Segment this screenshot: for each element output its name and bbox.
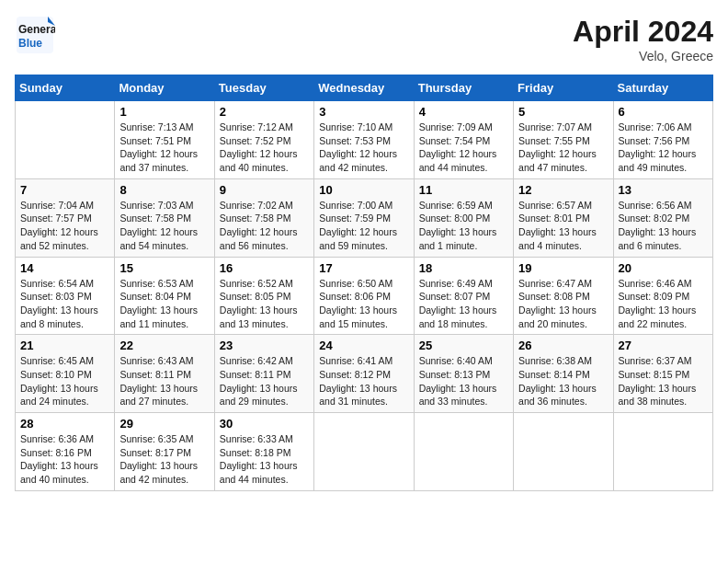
calendar-cell bbox=[514, 413, 613, 491]
day-info: Sunrise: 7:02 AM Sunset: 7:58 PM Dayligh… bbox=[220, 199, 309, 253]
header-friday: Friday bbox=[514, 75, 613, 101]
calendar-cell: 30Sunrise: 6:33 AM Sunset: 8:18 PM Dayli… bbox=[214, 413, 313, 491]
calendar-cell: 25Sunrise: 6:40 AM Sunset: 8:13 PM Dayli… bbox=[414, 335, 513, 413]
day-info: Sunrise: 7:07 AM Sunset: 7:55 PM Dayligh… bbox=[518, 121, 608, 175]
day-number: 19 bbox=[518, 261, 608, 275]
svg-text:General: General bbox=[18, 23, 55, 36]
header-monday: Monday bbox=[115, 75, 214, 101]
day-info: Sunrise: 6:38 AM Sunset: 8:14 PM Dayligh… bbox=[518, 354, 608, 408]
day-info: Sunrise: 6:49 AM Sunset: 8:07 PM Dayligh… bbox=[419, 277, 508, 331]
calendar-cell: 23Sunrise: 6:42 AM Sunset: 8:11 PM Dayli… bbox=[214, 335, 313, 413]
day-number: 16 bbox=[220, 261, 309, 275]
calendar-header-row: SundayMondayTuesdayWednesdayThursdayFrid… bbox=[16, 75, 713, 101]
day-number: 26 bbox=[518, 339, 608, 352]
calendar-cell: 8Sunrise: 7:03 AM Sunset: 7:58 PM Daylig… bbox=[115, 178, 214, 257]
day-info: Sunrise: 6:52 AM Sunset: 8:05 PM Dayligh… bbox=[220, 277, 309, 331]
calendar-week-2: 7Sunrise: 7:04 AM Sunset: 7:57 PM Daylig… bbox=[16, 178, 713, 257]
day-number: 5 bbox=[518, 105, 608, 119]
calendar-cell: 13Sunrise: 6:56 AM Sunset: 8:02 PM Dayli… bbox=[613, 178, 712, 257]
day-number: 30 bbox=[220, 417, 309, 431]
day-number: 3 bbox=[319, 105, 408, 119]
header-saturday: Saturday bbox=[613, 75, 712, 101]
calendar-week-3: 14Sunrise: 6:54 AM Sunset: 8:03 PM Dayli… bbox=[16, 257, 713, 335]
day-number: 15 bbox=[119, 261, 209, 275]
calendar-cell: 11Sunrise: 6:59 AM Sunset: 8:00 PM Dayli… bbox=[414, 178, 513, 257]
calendar-cell: 20Sunrise: 6:46 AM Sunset: 8:09 PM Dayli… bbox=[613, 257, 712, 335]
day-info: Sunrise: 7:00 AM Sunset: 7:59 PM Dayligh… bbox=[319, 199, 408, 253]
day-number: 24 bbox=[319, 339, 408, 352]
day-number: 27 bbox=[619, 339, 708, 352]
day-info: Sunrise: 6:57 AM Sunset: 8:01 PM Dayligh… bbox=[518, 199, 608, 253]
day-info: Sunrise: 6:41 AM Sunset: 8:12 PM Dayligh… bbox=[319, 354, 408, 408]
calendar-cell: 19Sunrise: 6:47 AM Sunset: 8:08 PM Dayli… bbox=[514, 257, 613, 335]
calendar-cell: 29Sunrise: 6:35 AM Sunset: 8:17 PM Dayli… bbox=[115, 413, 214, 491]
day-number: 10 bbox=[319, 183, 408, 197]
calendar-cell: 12Sunrise: 6:57 AM Sunset: 8:01 PM Dayli… bbox=[514, 178, 613, 257]
calendar-cell: 15Sunrise: 6:53 AM Sunset: 8:04 PM Dayli… bbox=[115, 257, 214, 335]
calendar-cell: 16Sunrise: 6:52 AM Sunset: 8:05 PM Dayli… bbox=[214, 257, 313, 335]
day-info: Sunrise: 6:56 AM Sunset: 8:02 PM Dayligh… bbox=[619, 199, 708, 253]
calendar-cell: 28Sunrise: 6:36 AM Sunset: 8:16 PM Dayli… bbox=[16, 413, 115, 491]
calendar-cell: 17Sunrise: 6:50 AM Sunset: 8:06 PM Dayli… bbox=[314, 257, 414, 335]
day-number: 21 bbox=[20, 339, 109, 352]
title-block: April 2024 Velo, Greece bbox=[573, 15, 713, 63]
day-info: Sunrise: 6:33 AM Sunset: 8:18 PM Dayligh… bbox=[220, 432, 309, 487]
calendar-cell: 18Sunrise: 6:49 AM Sunset: 8:07 PM Dayli… bbox=[414, 257, 513, 335]
day-number: 17 bbox=[319, 261, 408, 275]
day-info: Sunrise: 6:37 AM Sunset: 8:15 PM Dayligh… bbox=[619, 354, 708, 408]
calendar-cell: 21Sunrise: 6:45 AM Sunset: 8:10 PM Dayli… bbox=[16, 335, 115, 413]
day-info: Sunrise: 7:13 AM Sunset: 7:51 PM Dayligh… bbox=[119, 121, 209, 175]
header-sunday: Sunday bbox=[16, 75, 115, 101]
day-number: 18 bbox=[419, 261, 508, 275]
calendar-cell: 7Sunrise: 7:04 AM Sunset: 7:57 PM Daylig… bbox=[16, 178, 115, 257]
header-tuesday: Tuesday bbox=[214, 75, 313, 101]
day-info: Sunrise: 7:12 AM Sunset: 7:52 PM Dayligh… bbox=[220, 121, 309, 175]
day-number: 7 bbox=[20, 183, 109, 197]
day-number: 28 bbox=[20, 417, 109, 431]
day-number: 12 bbox=[518, 183, 608, 197]
calendar-cell: 1Sunrise: 7:13 AM Sunset: 7:51 PM Daylig… bbox=[115, 101, 214, 179]
calendar-week-1: 1Sunrise: 7:13 AM Sunset: 7:51 PM Daylig… bbox=[16, 101, 713, 179]
day-info: Sunrise: 6:42 AM Sunset: 8:11 PM Dayligh… bbox=[220, 354, 309, 408]
day-number: 22 bbox=[119, 339, 209, 352]
day-info: Sunrise: 7:06 AM Sunset: 7:56 PM Dayligh… bbox=[619, 121, 708, 175]
header-thursday: Thursday bbox=[414, 75, 513, 101]
day-number: 23 bbox=[220, 339, 309, 352]
day-number: 6 bbox=[619, 105, 708, 119]
header-wednesday: Wednesday bbox=[314, 75, 414, 101]
day-info: Sunrise: 6:53 AM Sunset: 8:04 PM Dayligh… bbox=[119, 277, 209, 331]
day-info: Sunrise: 6:54 AM Sunset: 8:03 PM Dayligh… bbox=[20, 277, 109, 331]
calendar-cell: 24Sunrise: 6:41 AM Sunset: 8:12 PM Dayli… bbox=[314, 335, 414, 413]
calendar-table: SundayMondayTuesdayWednesdayThursdayFrid… bbox=[15, 75, 713, 491]
day-number: 2 bbox=[220, 105, 309, 119]
calendar-week-5: 28Sunrise: 6:36 AM Sunset: 8:16 PM Dayli… bbox=[16, 413, 713, 491]
calendar-cell bbox=[613, 413, 712, 491]
day-info: Sunrise: 7:04 AM Sunset: 7:57 PM Dayligh… bbox=[20, 199, 109, 253]
day-number: 4 bbox=[419, 105, 508, 119]
day-info: Sunrise: 7:03 AM Sunset: 7:58 PM Dayligh… bbox=[119, 199, 209, 253]
calendar-cell: 6Sunrise: 7:06 AM Sunset: 7:56 PM Daylig… bbox=[613, 101, 712, 179]
page-header: General Blue April 2024 Velo, Greece bbox=[15, 15, 713, 63]
day-info: Sunrise: 6:59 AM Sunset: 8:00 PM Dayligh… bbox=[419, 199, 508, 253]
day-number: 20 bbox=[619, 261, 708, 275]
calendar-cell bbox=[314, 413, 414, 491]
day-number: 8 bbox=[119, 183, 209, 197]
calendar-cell bbox=[16, 101, 115, 179]
location: Velo, Greece bbox=[573, 49, 713, 63]
day-info: Sunrise: 7:09 AM Sunset: 7:54 PM Dayligh… bbox=[419, 121, 508, 175]
calendar-cell: 26Sunrise: 6:38 AM Sunset: 8:14 PM Dayli… bbox=[514, 335, 613, 413]
day-number: 29 bbox=[119, 417, 209, 431]
logo: General Blue bbox=[15, 15, 55, 55]
day-info: Sunrise: 6:47 AM Sunset: 8:08 PM Dayligh… bbox=[518, 277, 608, 331]
calendar-cell: 27Sunrise: 6:37 AM Sunset: 8:15 PM Dayli… bbox=[613, 335, 712, 413]
day-number: 14 bbox=[20, 261, 109, 275]
day-number: 11 bbox=[419, 183, 508, 197]
day-info: Sunrise: 6:43 AM Sunset: 8:11 PM Dayligh… bbox=[119, 354, 209, 408]
logo-svg: General Blue bbox=[15, 15, 55, 55]
calendar-cell bbox=[414, 413, 513, 491]
calendar-cell: 2Sunrise: 7:12 AM Sunset: 7:52 PM Daylig… bbox=[214, 101, 313, 179]
day-number: 25 bbox=[419, 339, 508, 352]
svg-text:Blue: Blue bbox=[18, 37, 42, 50]
day-info: Sunrise: 7:10 AM Sunset: 7:53 PM Dayligh… bbox=[319, 121, 408, 175]
calendar-cell: 5Sunrise: 7:07 AM Sunset: 7:55 PM Daylig… bbox=[514, 101, 613, 179]
